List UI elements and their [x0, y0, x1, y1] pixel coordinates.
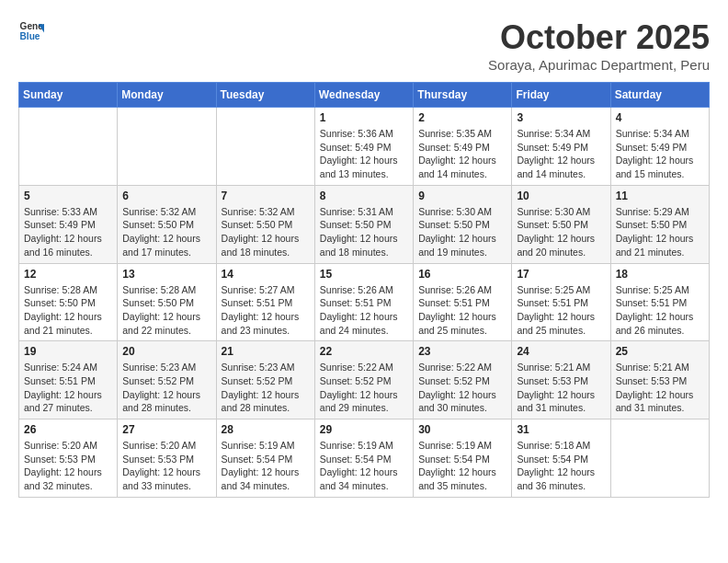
weekday-header-sunday: Sunday — [19, 83, 118, 108]
day-number: 29 — [320, 423, 408, 436]
calendar-week-row-5: 26Sunrise: 5:20 AMSunset: 5:53 PMDayligh… — [19, 419, 710, 498]
calendar-week-row-4: 19Sunrise: 5:24 AMSunset: 5:51 PMDayligh… — [19, 341, 710, 419]
logo-icon: General Blue — [18, 18, 44, 44]
calendar-cell: 7Sunrise: 5:32 AMSunset: 5:50 PMDaylight… — [216, 185, 314, 263]
day-number: 26 — [24, 423, 112, 436]
day-info: Sunrise: 5:19 AMSunset: 5:54 PMDaylight:… — [418, 439, 506, 493]
weekday-header-tuesday: Tuesday — [216, 83, 314, 108]
day-number: 17 — [517, 268, 605, 281]
calendar-cell: 20Sunrise: 5:23 AMSunset: 5:52 PMDayligh… — [118, 341, 216, 419]
day-info: Sunrise: 5:26 AMSunset: 5:51 PMDaylight:… — [320, 283, 408, 338]
day-number: 7 — [222, 190, 310, 202]
day-number: 30 — [418, 423, 506, 436]
logo: General Blue — [18, 18, 44, 44]
day-info: Sunrise: 5:36 AMSunset: 5:49 PMDaylight:… — [320, 127, 408, 181]
calendar-cell: 2Sunrise: 5:35 AMSunset: 5:49 PMDaylight… — [414, 108, 512, 186]
page-header: General Blue October 2025 Soraya, Apurim… — [18, 18, 710, 73]
calendar-cell — [118, 108, 216, 186]
day-number: 19 — [24, 345, 112, 358]
calendar-cell: 18Sunrise: 5:25 AMSunset: 5:51 PMDayligh… — [610, 263, 709, 341]
calendar-cell: 10Sunrise: 5:30 AMSunset: 5:50 PMDayligh… — [512, 185, 610, 263]
calendar-cell — [216, 108, 314, 186]
calendar-cell: 24Sunrise: 5:21 AMSunset: 5:53 PMDayligh… — [512, 341, 610, 419]
weekday-header-friday: Friday — [512, 83, 610, 108]
day-number: 5 — [24, 190, 112, 202]
calendar-cell: 30Sunrise: 5:19 AMSunset: 5:54 PMDayligh… — [414, 419, 512, 498]
day-number: 18 — [616, 268, 704, 281]
day-info: Sunrise: 5:22 AMSunset: 5:52 PMDaylight:… — [418, 361, 506, 415]
day-number: 20 — [122, 345, 210, 358]
month-title: October 2025 — [488, 18, 710, 57]
day-info: Sunrise: 5:33 AMSunset: 5:49 PMDaylight:… — [24, 205, 112, 259]
day-number: 4 — [616, 111, 704, 124]
calendar-cell: 9Sunrise: 5:30 AMSunset: 5:50 PMDaylight… — [414, 185, 512, 263]
calendar-cell — [19, 108, 118, 186]
day-info: Sunrise: 5:26 AMSunset: 5:51 PMDaylight:… — [418, 283, 506, 338]
day-number: 12 — [24, 268, 112, 281]
day-number: 14 — [222, 268, 310, 281]
day-info: Sunrise: 5:31 AMSunset: 5:50 PMDaylight:… — [320, 205, 408, 259]
day-number: 25 — [616, 345, 704, 358]
day-info: Sunrise: 5:22 AMSunset: 5:52 PMDaylight:… — [320, 361, 408, 415]
day-number: 11 — [616, 190, 704, 202]
title-section: October 2025 Soraya, Apurimac Department… — [488, 18, 710, 73]
calendar-cell: 8Sunrise: 5:31 AMSunset: 5:50 PMDaylight… — [314, 185, 413, 263]
day-info: Sunrise: 5:23 AMSunset: 5:52 PMDaylight:… — [222, 361, 310, 415]
day-info: Sunrise: 5:21 AMSunset: 5:53 PMDaylight:… — [616, 361, 704, 415]
weekday-header-saturday: Saturday — [610, 83, 709, 108]
day-info: Sunrise: 5:34 AMSunset: 5:49 PMDaylight:… — [517, 127, 605, 181]
day-info: Sunrise: 5:19 AMSunset: 5:54 PMDaylight:… — [222, 439, 310, 493]
day-info: Sunrise: 5:21 AMSunset: 5:53 PMDaylight:… — [517, 361, 605, 415]
calendar-cell: 3Sunrise: 5:34 AMSunset: 5:49 PMDaylight… — [512, 108, 610, 186]
day-info: Sunrise: 5:32 AMSunset: 5:50 PMDaylight:… — [222, 205, 310, 259]
day-number: 3 — [517, 111, 605, 124]
day-info: Sunrise: 5:28 AMSunset: 5:50 PMDaylight:… — [24, 283, 112, 338]
weekday-header-monday: Monday — [118, 83, 216, 108]
day-info: Sunrise: 5:20 AMSunset: 5:53 PMDaylight:… — [122, 439, 210, 493]
day-number: 28 — [222, 423, 310, 436]
day-info: Sunrise: 5:23 AMSunset: 5:52 PMDaylight:… — [122, 361, 210, 415]
calendar-cell: 19Sunrise: 5:24 AMSunset: 5:51 PMDayligh… — [19, 341, 118, 419]
day-number: 2 — [418, 111, 506, 124]
day-number: 1 — [320, 111, 408, 124]
day-number: 15 — [320, 268, 408, 281]
weekday-header-thursday: Thursday — [414, 83, 512, 108]
calendar-cell: 23Sunrise: 5:22 AMSunset: 5:52 PMDayligh… — [414, 341, 512, 419]
calendar-cell: 22Sunrise: 5:22 AMSunset: 5:52 PMDayligh… — [314, 341, 413, 419]
day-number: 22 — [320, 345, 408, 358]
day-number: 23 — [418, 345, 506, 358]
day-number: 31 — [517, 423, 605, 436]
day-info: Sunrise: 5:27 AMSunset: 5:51 PMDaylight:… — [222, 283, 310, 338]
day-info: Sunrise: 5:18 AMSunset: 5:54 PMDaylight:… — [517, 439, 605, 493]
day-info: Sunrise: 5:32 AMSunset: 5:50 PMDaylight:… — [122, 205, 210, 259]
day-info: Sunrise: 5:24 AMSunset: 5:51 PMDaylight:… — [24, 361, 112, 415]
calendar-week-row-3: 12Sunrise: 5:28 AMSunset: 5:50 PMDayligh… — [19, 263, 710, 341]
day-number: 6 — [122, 190, 210, 202]
calendar-cell: 5Sunrise: 5:33 AMSunset: 5:49 PMDaylight… — [19, 185, 118, 263]
calendar-cell: 11Sunrise: 5:29 AMSunset: 5:50 PMDayligh… — [610, 185, 709, 263]
day-info: Sunrise: 5:25 AMSunset: 5:51 PMDaylight:… — [517, 283, 605, 338]
calendar-cell: 25Sunrise: 5:21 AMSunset: 5:53 PMDayligh… — [610, 341, 709, 419]
calendar-cell: 6Sunrise: 5:32 AMSunset: 5:50 PMDaylight… — [118, 185, 216, 263]
calendar-cell: 15Sunrise: 5:26 AMSunset: 5:51 PMDayligh… — [314, 263, 413, 341]
calendar-cell: 26Sunrise: 5:20 AMSunset: 5:53 PMDayligh… — [19, 419, 118, 498]
day-number: 24 — [517, 345, 605, 358]
weekday-header-row: SundayMondayTuesdayWednesdayThursdayFrid… — [19, 83, 710, 108]
calendar-cell: 29Sunrise: 5:19 AMSunset: 5:54 PMDayligh… — [314, 419, 413, 498]
calendar-cell: 28Sunrise: 5:19 AMSunset: 5:54 PMDayligh… — [216, 419, 314, 498]
calendar-cell: 31Sunrise: 5:18 AMSunset: 5:54 PMDayligh… — [512, 419, 610, 498]
calendar-cell: 21Sunrise: 5:23 AMSunset: 5:52 PMDayligh… — [216, 341, 314, 419]
calendar-cell: 1Sunrise: 5:36 AMSunset: 5:49 PMDaylight… — [314, 108, 413, 186]
svg-text:Blue: Blue — [20, 31, 40, 41]
calendar-cell: 17Sunrise: 5:25 AMSunset: 5:51 PMDayligh… — [512, 263, 610, 341]
calendar-cell: 4Sunrise: 5:34 AMSunset: 5:49 PMDaylight… — [610, 108, 709, 186]
calendar-cell: 12Sunrise: 5:28 AMSunset: 5:50 PMDayligh… — [19, 263, 118, 341]
day-info: Sunrise: 5:30 AMSunset: 5:50 PMDaylight:… — [418, 205, 506, 259]
day-info: Sunrise: 5:35 AMSunset: 5:49 PMDaylight:… — [418, 127, 506, 181]
day-number: 21 — [222, 345, 310, 358]
day-number: 13 — [122, 268, 210, 281]
day-info: Sunrise: 5:25 AMSunset: 5:51 PMDaylight:… — [616, 283, 704, 338]
day-info: Sunrise: 5:19 AMSunset: 5:54 PMDaylight:… — [320, 439, 408, 493]
calendar-cell: 13Sunrise: 5:28 AMSunset: 5:50 PMDayligh… — [118, 263, 216, 341]
day-info: Sunrise: 5:34 AMSunset: 5:49 PMDaylight:… — [616, 127, 704, 181]
